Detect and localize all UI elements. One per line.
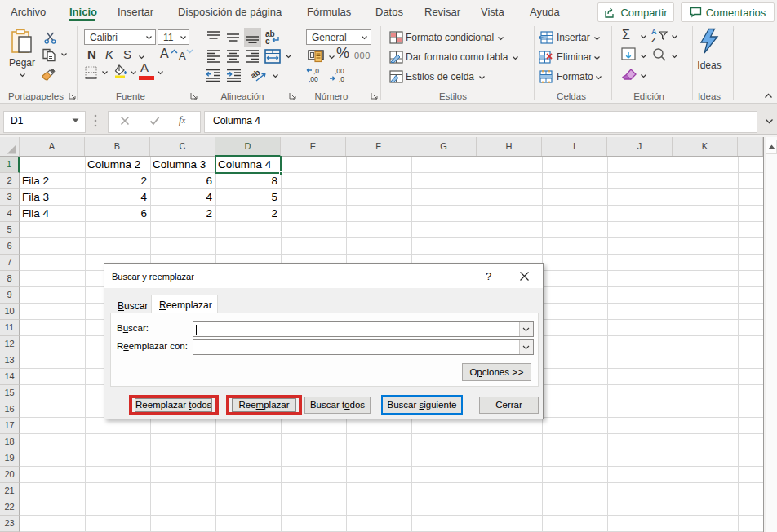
svg-text:c: c	[265, 37, 270, 45]
svg-text:,00: ,00	[335, 67, 344, 75]
svg-text:,0: ,0	[313, 67, 319, 75]
svg-text:A: A	[651, 28, 657, 36]
svg-text:ab: ab	[251, 68, 262, 81]
svg-text:,0: ,0	[339, 75, 344, 83]
svg-text:Z: Z	[651, 36, 656, 44]
svg-text:,00: ,00	[309, 75, 318, 83]
